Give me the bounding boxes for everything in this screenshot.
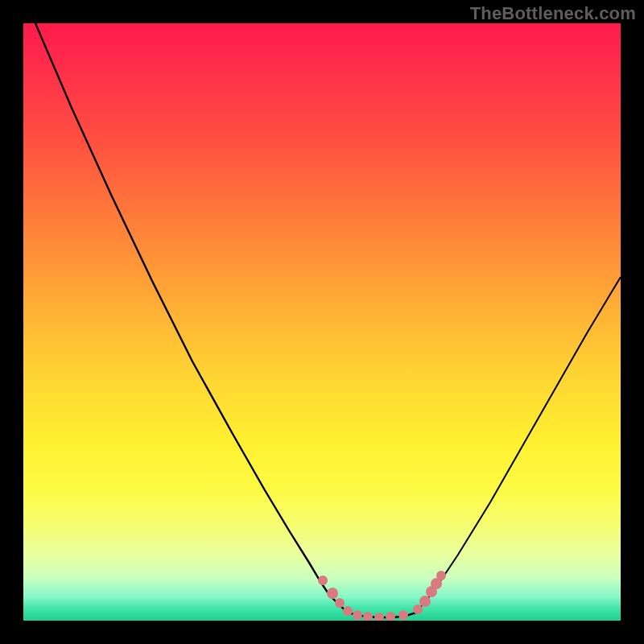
curve-group xyxy=(35,23,621,617)
marker-floor-3 xyxy=(374,613,384,621)
chart-svg xyxy=(23,23,621,621)
marker-left-4 xyxy=(343,606,353,616)
marker-right-5 xyxy=(436,571,446,580)
marker-group xyxy=(318,571,446,621)
plot-area xyxy=(23,23,621,621)
marker-floor-4 xyxy=(386,612,395,621)
marker-floor-1 xyxy=(353,610,362,620)
marker-left-1 xyxy=(318,576,328,585)
marker-floor-2 xyxy=(363,612,373,621)
marker-right-1 xyxy=(413,605,423,614)
outer-frame: TheBottleneck.com xyxy=(0,0,644,644)
marker-floor-5 xyxy=(398,610,408,620)
marker-left-3 xyxy=(335,598,345,608)
marker-left-2 xyxy=(327,588,338,599)
attribution-label: TheBottleneck.com xyxy=(470,3,636,24)
marker-right-2 xyxy=(419,596,431,607)
curve-left-branch xyxy=(35,23,348,613)
curve-right-branch xyxy=(416,277,621,613)
